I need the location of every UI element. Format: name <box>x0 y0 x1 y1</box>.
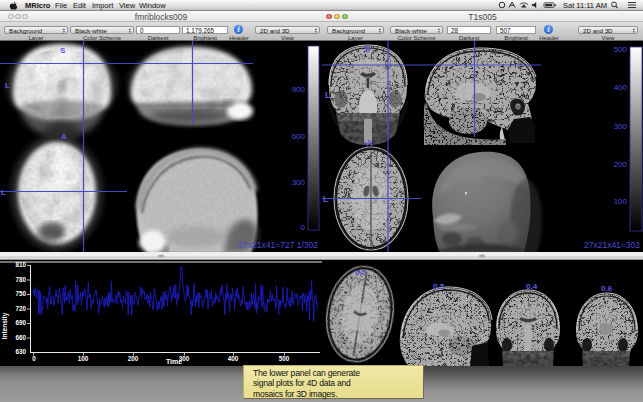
svg-text:100: 100 <box>78 355 89 362</box>
svg-text:27x21x41=727 1/302: 27x21x41=727 1/302 <box>238 240 318 250</box>
svg-text:A: A <box>61 132 67 141</box>
svg-text:0: 0 <box>301 223 306 232</box>
svg-text:L: L <box>323 194 329 204</box>
svg-text:L: L <box>5 81 10 90</box>
svg-text:500: 500 <box>614 45 628 54</box>
svg-text:900: 900 <box>292 85 306 94</box>
svg-text:S: S <box>364 44 370 54</box>
svg-text:Intensity: Intensity <box>1 312 9 339</box>
svg-text:500: 500 <box>279 355 290 362</box>
svg-text:L: L <box>1 188 6 197</box>
svg-text:810: 810 <box>15 261 26 268</box>
svg-text:780: 780 <box>15 276 26 283</box>
svg-text:0.5: 0.5 <box>355 268 367 277</box>
svg-text:720: 720 <box>15 305 26 312</box>
svg-text:100: 100 <box>614 197 628 206</box>
svg-text:S: S <box>60 46 66 55</box>
svg-text:690: 690 <box>15 319 26 326</box>
svg-text:0.4: 0.4 <box>526 282 538 291</box>
svg-text:27x21x41=302: 27x21x41=302 <box>584 240 640 250</box>
svg-text:L: L <box>325 90 331 100</box>
svg-text:400: 400 <box>614 83 628 92</box>
svg-text:300: 300 <box>614 122 628 131</box>
svg-text:300: 300 <box>292 178 306 187</box>
svg-text:660: 660 <box>15 334 26 341</box>
svg-text:A: A <box>366 138 373 148</box>
svg-text:200: 200 <box>128 355 139 362</box>
svg-text:600: 600 <box>292 132 306 141</box>
svg-text:400: 400 <box>228 355 239 362</box>
svg-text:200: 200 <box>614 160 628 169</box>
svg-text:0.5: 0.5 <box>433 282 445 291</box>
svg-text:Time: Time <box>166 358 182 365</box>
svg-text:630: 630 <box>15 348 26 355</box>
svg-text:0: 0 <box>32 355 36 362</box>
svg-text:750: 750 <box>15 290 26 297</box>
svg-text:0.6: 0.6 <box>601 284 613 293</box>
